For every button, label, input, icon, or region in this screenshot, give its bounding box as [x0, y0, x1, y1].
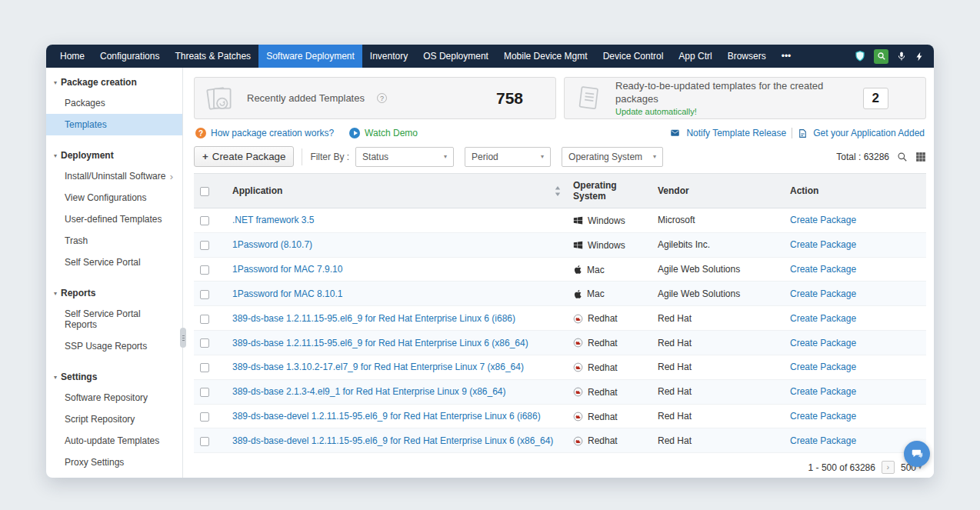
sort-icon[interactable] [555, 186, 561, 196]
sidebar-item-self-service-portal-reports[interactable]: Self Service Portal Reports [46, 303, 182, 335]
ready-text-block: Ready-to-be-updated templates for the cr… [615, 80, 852, 116]
create-package-link[interactable]: Create Package [790, 313, 856, 324]
watch-demo-link[interactable]: Watch Demo [365, 128, 418, 138]
nav-item-more[interactable]: ••• [774, 45, 799, 68]
row-checkbox[interactable] [200, 437, 209, 446]
column-operating-system[interactable]: Operating System [567, 174, 652, 208]
sidebar-item-deployment-policies[interactable]: Deployment Policies [46, 473, 182, 478]
table-row: 389-ds-base 1.2.11.15-95.el6_9 for Red H… [194, 306, 926, 331]
filter-dropdown-period[interactable]: Period▾ [465, 147, 551, 167]
next-page-icon[interactable]: › [882, 461, 895, 474]
os-label: Redhat [588, 411, 618, 422]
nav-item-configurations[interactable]: Configurations [92, 45, 167, 68]
column-vendor[interactable]: Vendor [652, 174, 784, 208]
nav-item-inventory[interactable]: Inventory [362, 45, 415, 68]
row-checkbox[interactable] [200, 290, 209, 299]
application-link[interactable]: .NET framework 3.5 [232, 215, 314, 225]
nav-item-mobile-device-mgmt[interactable]: Mobile Device Mgmt [496, 45, 595, 68]
sidebar-section-header-package-creation[interactable]: ▾Package creation [46, 72, 182, 92]
create-package-link[interactable]: Create Package [790, 288, 856, 299]
redhat-os-icon [573, 314, 583, 324]
create-package-link[interactable]: Create Package [790, 338, 856, 348]
nav-item-os-deployment[interactable]: OS Deployment [415, 45, 496, 68]
update-automatically-link[interactable]: Update automatically! [615, 107, 852, 116]
row-checkbox[interactable] [200, 412, 209, 422]
table-row: .NET framework 3.5WindowsMicrosoftCreate… [194, 208, 926, 233]
vertical-divider [792, 128, 792, 138]
table-search-icon[interactable] [897, 152, 908, 162]
application-link[interactable]: 1Password for MAC 8.10.1 [232, 288, 342, 299]
create-package-link[interactable]: Create Package [790, 435, 856, 446]
create-package-link[interactable]: Create Package [790, 386, 856, 397]
row-checkbox[interactable] [200, 363, 209, 372]
sidebar-item-self-service-portal[interactable]: Self Service Portal [46, 252, 182, 273]
sidebar-item-script-repository[interactable]: Script Repository [46, 408, 182, 430]
nav-item-threats-patches[interactable]: Threats & Patches [167, 45, 258, 68]
nav-item-software-deployment[interactable]: Software Deployment [258, 45, 362, 68]
row-checkbox[interactable] [200, 315, 209, 324]
chat-bubble-button[interactable] [904, 441, 930, 467]
application-link[interactable]: 1Password (8.10.7) [232, 239, 312, 250]
table-row: 389-ds-base-devel 1.2.11.15-95.el6_9 for… [194, 404, 926, 428]
vendor-label: Red Hat [658, 313, 692, 324]
get-application-added-link[interactable]: Get your Application Added [813, 128, 925, 138]
row-checkbox[interactable] [200, 241, 209, 250]
mic-icon[interactable] [896, 51, 907, 62]
sidebar-item-packages[interactable]: Packages [46, 92, 182, 114]
sidebar-item-proxy-settings[interactable]: Proxy Settings [46, 452, 182, 473]
sidebar-section-deployment: ▾DeploymentInstall/Uninstall Software›Vi… [46, 145, 182, 273]
application-link[interactable]: 389-ds-base-devel 1.2.11.15-95.el6_9 for… [232, 435, 553, 446]
application-link[interactable]: 389-ds-base 1.3.10.2-17.el7_9 for Red Ha… [232, 362, 524, 372]
notify-template-release-link[interactable]: Notify Template Release [686, 128, 786, 138]
create-package-link[interactable]: Create Package [790, 264, 856, 275]
row-checkbox[interactable] [200, 216, 209, 225]
application-link[interactable]: 389-ds-base 2.1.3-4.el9_1 for Red Hat En… [232, 386, 506, 397]
grid-view-icon[interactable] [915, 152, 926, 162]
os-label: Redhat [588, 435, 618, 446]
create-package-link[interactable]: Create Package [790, 239, 856, 250]
filter-dropdown-status[interactable]: Status▾ [355, 147, 454, 167]
quick-launch-icon[interactable] [915, 51, 925, 62]
chevron-right-icon: › [170, 172, 173, 182]
sidebar-item-auto-update-templates[interactable]: Auto-update Templates [46, 430, 182, 452]
application-link[interactable]: 389-ds-base 1.2.11.15-95.el6_9 for Red H… [232, 338, 528, 348]
create-package-link[interactable]: Create Package [790, 215, 856, 225]
select-all-checkbox[interactable] [200, 187, 209, 196]
nav-item-home[interactable]: Home [52, 45, 92, 68]
nav-item-browsers[interactable]: Browsers [720, 45, 774, 68]
row-checkbox[interactable] [200, 338, 209, 348]
sidebar-item-software-repository[interactable]: Software Repository [46, 387, 182, 408]
application-link[interactable]: 389-ds-base-devel 1.2.11.15-95.el6_9 for… [232, 411, 541, 422]
sidebar-item-trash[interactable]: Trash [46, 230, 182, 252]
sidebar-item-user-defined-templates[interactable]: User-defined Templates [46, 208, 182, 230]
sidebar-item-templates[interactable]: Templates [46, 114, 182, 135]
application-link[interactable]: 1Password for MAC 7.9.10 [232, 264, 342, 275]
ready-to-update-card: Ready-to-be-updated templates for the cr… [564, 77, 926, 119]
create-package-link[interactable]: Create Package [790, 411, 856, 422]
sidebar-item-view-configurations[interactable]: View Configurations [46, 187, 182, 208]
nav-item-device-control[interactable]: Device Control [595, 45, 672, 68]
chevron-down-icon: ▾ [54, 152, 57, 159]
column-action: Action [784, 174, 926, 208]
sidebar-resize-handle[interactable] [180, 328, 186, 348]
help-icon[interactable]: ? [377, 93, 387, 103]
application-link[interactable]: 389-ds-base 1.2.11.15-95.el6_9 for Red H… [232, 313, 515, 324]
sidebar-section-package-creation: ▾Package creationPackagesTemplates [46, 72, 182, 135]
create-package-button[interactable]: + Create Package [194, 146, 294, 167]
create-package-link[interactable]: Create Package [790, 362, 856, 372]
toolbar-right: Total : 63286 [836, 152, 926, 162]
sidebar-item-ssp-usage-reports[interactable]: SSP Usage Reports [46, 335, 182, 357]
search-icon[interactable] [874, 49, 888, 64]
sidebar-item-install-uninstall-software[interactable]: Install/Uninstall Software› [46, 165, 182, 187]
row-checkbox[interactable] [200, 388, 209, 397]
security-shield-icon[interactable] [854, 50, 866, 62]
sidebar-section-header-settings[interactable]: ▾Settings [46, 367, 182, 387]
sidebar-section-header-deployment[interactable]: ▾Deployment [46, 145, 182, 165]
filter-dropdown-operating-system[interactable]: Operating System▾ [562, 147, 663, 167]
row-checkbox[interactable] [200, 265, 209, 275]
how-package-creation-works-link[interactable]: How package creation works? [211, 128, 334, 138]
ready-templates-count: 2 [863, 88, 888, 109]
column-application[interactable]: Application [226, 174, 567, 208]
nav-item-app-ctrl[interactable]: App Ctrl [671, 45, 719, 68]
sidebar-section-header-reports[interactable]: ▾Reports [46, 283, 182, 303]
